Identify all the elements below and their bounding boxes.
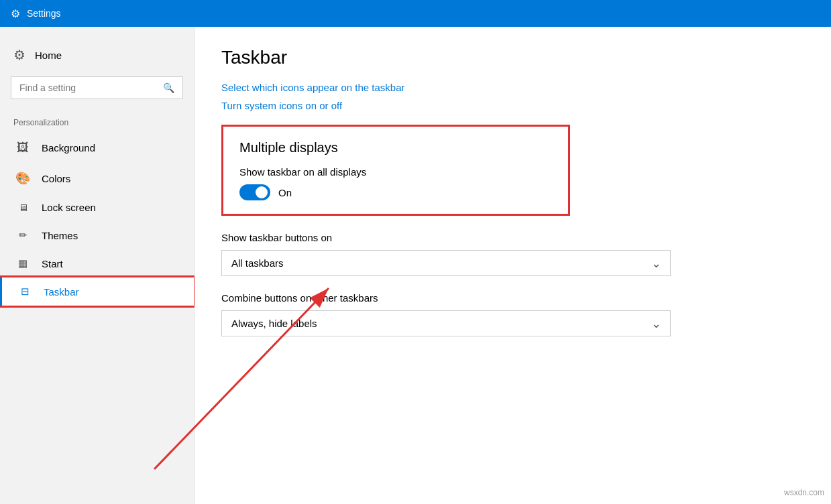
page-title: Taskbar	[221, 47, 804, 68]
combine-buttons-select-wrapper: Always, hide labels When taskbar is full…	[221, 310, 671, 336]
sidebar-home-label: Home	[35, 50, 62, 61]
multiple-displays-title: Multiple displays	[239, 140, 552, 155]
sidebar-item-label-colors: Colors	[42, 173, 70, 184]
combine-buttons-section: Combine buttons on other taskbars Always…	[221, 292, 804, 336]
combine-buttons-dropdown-row: Always, hide labels When taskbar is full…	[221, 310, 804, 336]
sidebar-item-lockscreen[interactable]: 🖥 Lock screen	[0, 194, 194, 221]
multiple-displays-section: Multiple displays Show taskbar on all di…	[221, 125, 570, 216]
main-content: Taskbar Select which icons appear on the…	[195, 27, 831, 504]
colors-icon: 🎨	[13, 171, 32, 186]
search-icon: 🔍	[163, 82, 174, 93]
background-icon: 🖼	[13, 141, 32, 155]
sidebar-item-background[interactable]: 🖼 Background	[0, 133, 194, 163]
sidebar-item-label-start: Start	[42, 258, 63, 269]
lockscreen-icon: 🖥	[13, 202, 32, 213]
combine-buttons-label: Combine buttons on other taskbars	[221, 292, 804, 304]
sidebar-item-themes[interactable]: ✏ Themes	[0, 221, 194, 249]
sidebar-item-colors[interactable]: 🎨 Colors	[0, 163, 194, 194]
toggle-row: On	[239, 184, 552, 200]
search-box[interactable]: 🔍	[11, 76, 183, 99]
link-select-icons[interactable]: Select which icons appear on the taskbar	[221, 82, 804, 93]
search-input[interactable]	[19, 82, 163, 93]
themes-icon: ✏	[13, 229, 32, 241]
show-taskbar-toggle[interactable]	[239, 184, 270, 200]
show-taskbar-select-wrapper: All taskbars Main taskbar and taskbar wh…	[221, 250, 671, 276]
show-taskbar-label: Show taskbar on all displays	[239, 166, 552, 178]
sidebar-item-label-background: Background	[42, 142, 95, 153]
sidebar-item-home[interactable]: ⚙ Home	[0, 40, 194, 70]
sidebar-section-label: Personalization	[0, 113, 194, 133]
link-system-icons[interactable]: Turn system icons on or off	[221, 100, 804, 111]
sidebar-item-taskbar[interactable]: ⊟ Taskbar	[0, 277, 194, 306]
show-taskbar-buttons-select[interactable]: All taskbars Main taskbar and taskbar wh…	[221, 250, 671, 276]
sidebar-item-label-themes: Themes	[42, 230, 78, 241]
sidebar-item-start[interactable]: ▦ Start	[0, 249, 194, 277]
show-taskbar-buttons-label: Show taskbar buttons on	[221, 232, 804, 243]
sidebar: ⚙ Home 🔍 Personalization 🖼 Background 🎨 …	[0, 27, 195, 504]
start-icon: ▦	[13, 257, 32, 269]
home-gear-icon: ⚙	[13, 47, 25, 63]
toggle-state-label: On	[278, 187, 292, 198]
title-bar: ⚙ Settings	[0, 0, 831, 27]
settings-gear-icon: ⚙	[11, 7, 20, 20]
show-taskbar-buttons-dropdown-row: All taskbars Main taskbar and taskbar wh…	[221, 250, 804, 276]
sidebar-item-label-lockscreen: Lock screen	[42, 202, 96, 213]
title-bar-label: Settings	[27, 8, 61, 19]
combine-buttons-select[interactable]: Always, hide labels When taskbar is full…	[221, 310, 671, 336]
taskbar-icon: ⊟	[15, 286, 34, 298]
sidebar-item-label-taskbar: Taskbar	[44, 286, 79, 298]
show-taskbar-buttons-section: Show taskbar buttons on All taskbars Mai…	[221, 232, 804, 276]
watermark: wsxdn.com	[784, 488, 824, 497]
